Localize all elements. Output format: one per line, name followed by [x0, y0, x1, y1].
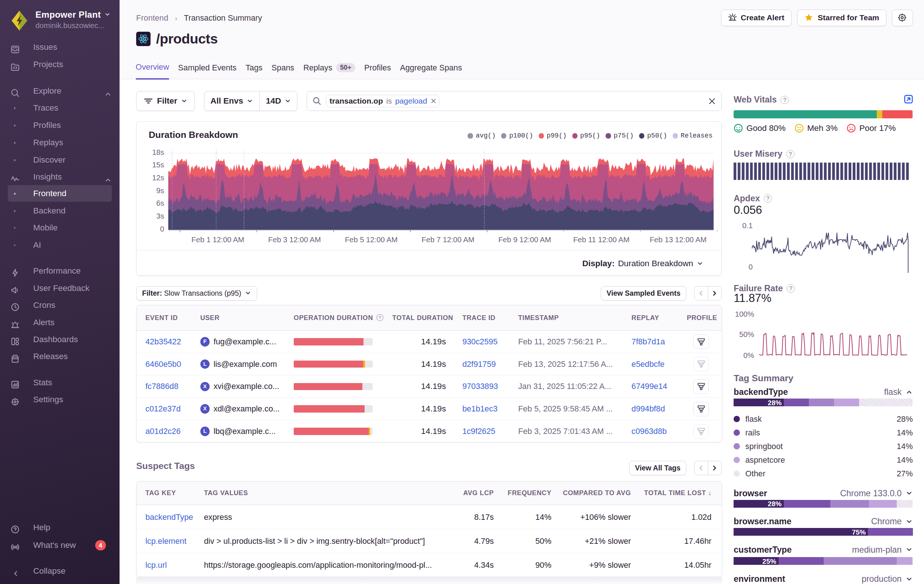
svg-text:?: ? — [378, 315, 381, 321]
